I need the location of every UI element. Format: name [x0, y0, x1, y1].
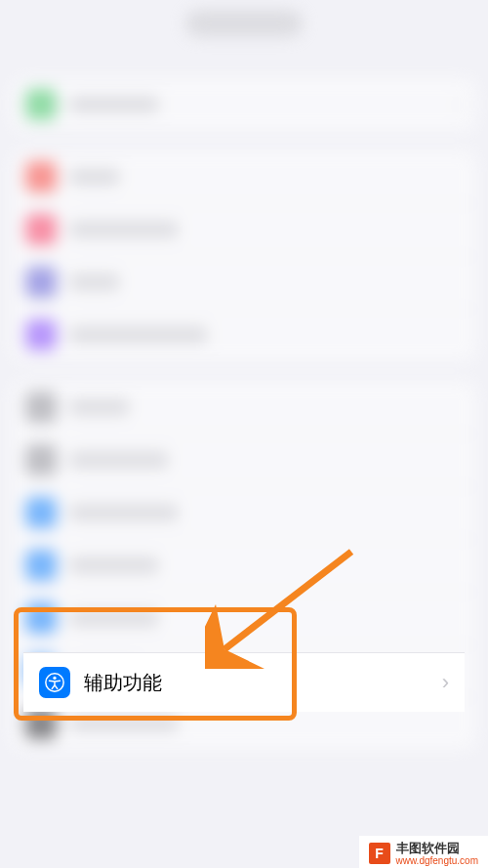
- settings-icon: [25, 161, 57, 192]
- settings-label-blur: [70, 505, 178, 520]
- settings-row[interactable]: [12, 539, 476, 592]
- settings-label-blur: [70, 274, 119, 290]
- settings-icon: [25, 497, 57, 528]
- watermark: F 丰图软件园 www.dgfengtu.com: [359, 836, 489, 868]
- settings-icon: [25, 214, 57, 245]
- settings-label-blur: [70, 169, 119, 185]
- settings-section-2: [12, 150, 476, 361]
- settings-row-accessibility-placeholder[interactable]: [12, 592, 476, 644]
- settings-row[interactable]: ›: [12, 78, 476, 131]
- settings-label-blur: [70, 610, 158, 626]
- svg-point-1: [53, 677, 56, 680]
- settings-row[interactable]: [12, 150, 476, 203]
- settings-icon: [25, 602, 57, 634]
- settings-icon: [25, 267, 57, 298]
- settings-icon: [25, 708, 57, 739]
- settings-row[interactable]: [12, 486, 476, 539]
- chevron-right-icon: ›: [456, 92, 463, 117]
- chevron-right-icon: ›: [442, 670, 449, 695]
- settings-label-blur: [70, 716, 178, 731]
- settings-section-1: ›: [12, 78, 476, 131]
- settings-icon: [25, 392, 57, 423]
- status-bar: [0, 0, 488, 59]
- accessibility-label: 辅助功能: [84, 670, 162, 696]
- settings-label-blur: [70, 327, 207, 343]
- watermark-name: 丰图软件园: [396, 842, 479, 855]
- settings-row-accessibility[interactable]: 辅助功能 ›: [23, 652, 465, 712]
- accessibility-icon: [39, 667, 70, 698]
- settings-label-blur: [70, 97, 158, 112]
- settings-icon: [25, 550, 57, 581]
- settings-icon: [25, 89, 57, 120]
- settings-row[interactable]: [12, 381, 476, 434]
- blurred-background: ›: [0, 0, 488, 750]
- settings-row[interactable]: [12, 203, 476, 256]
- settings-row[interactable]: [12, 256, 476, 309]
- settings-label-blur: [70, 558, 158, 573]
- settings-label-blur: [70, 222, 178, 237]
- dynamic-island: [185, 10, 303, 37]
- settings-label-blur: [70, 399, 129, 415]
- watermark-url: www.dgfengtu.com: [396, 855, 479, 866]
- settings-icon: [25, 319, 57, 351]
- settings-label-blur: [70, 452, 168, 468]
- settings-row[interactable]: [12, 309, 476, 361]
- watermark-logo: F: [369, 843, 390, 864]
- settings-icon: [25, 444, 57, 475]
- settings-row[interactable]: [12, 434, 476, 486]
